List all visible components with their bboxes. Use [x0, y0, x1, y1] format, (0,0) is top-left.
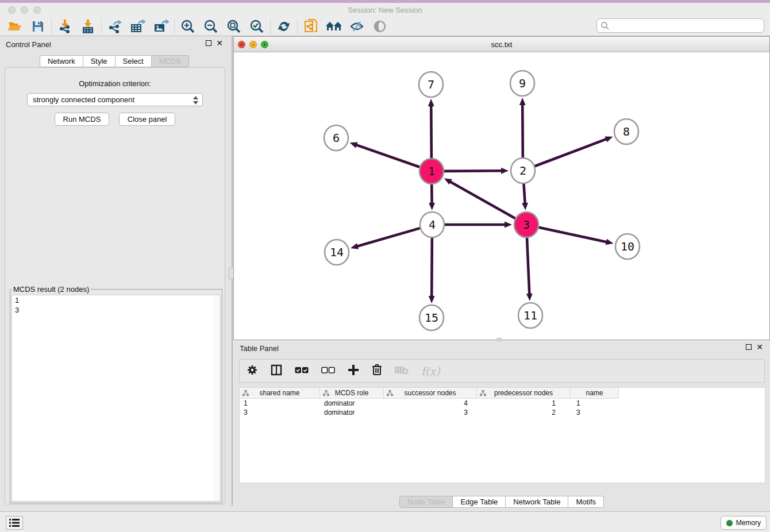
column-header-successor-nodes[interactable]: successor nodes [384, 388, 477, 399]
toolbar-separator [51, 19, 52, 34]
edge-2-to-8[interactable] [535, 136, 613, 166]
table-cell[interactable]: 2 [477, 408, 571, 417]
open-session-button[interactable] [3, 18, 26, 35]
graph-node-10[interactable]: 10 [615, 234, 640, 259]
search-box[interactable] [596, 18, 764, 33]
tab-style[interactable]: Style [83, 55, 116, 67]
table-cell[interactable]: dominator [320, 408, 384, 417]
graph-node-15[interactable]: 15 [419, 305, 444, 330]
import-network-button[interactable] [53, 18, 76, 35]
houses-icon [325, 20, 342, 33]
table-panel-header: Table Panel ✕ [233, 342, 770, 356]
delete-column-icon[interactable] [372, 364, 382, 378]
table-cell[interactable]: 1 [240, 399, 320, 408]
edge-4-to-14[interactable] [351, 228, 420, 249]
export-table-button[interactable] [126, 18, 149, 35]
tab-mcds[interactable]: MCDS [152, 55, 189, 67]
horizontal-splitter-handle[interactable] [497, 338, 502, 341]
network-window-title: scc.txt [234, 40, 769, 49]
tab-node-table[interactable]: Node Table [399, 496, 453, 508]
column-header-name[interactable]: name [571, 388, 619, 399]
app-titlebar: Session: New Session [0, 3, 770, 17]
edge-2-to-9[interactable] [519, 98, 526, 158]
column-layout-icon[interactable] [271, 364, 282, 378]
settings-gear-icon[interactable] [247, 364, 258, 378]
delete-table-icon[interactable] [395, 365, 409, 377]
table-cell[interactable]: 1 [571, 399, 619, 408]
close-panel-button[interactable]: Close panel [119, 113, 176, 126]
table-cell[interactable]: dominator [320, 399, 384, 408]
zoom-selected-button[interactable] [245, 18, 268, 35]
control-panel-float-icon[interactable] [206, 40, 211, 46]
share-session-button[interactable] [299, 18, 322, 35]
graph-node-3[interactable]: 3 [514, 212, 538, 237]
table-panel-float-icon[interactable] [746, 344, 752, 350]
edge-3-to-10[interactable] [539, 228, 614, 245]
edge-1-to-4[interactable] [429, 184, 435, 210]
result-scrollbar[interactable] [214, 295, 220, 501]
graph-node-2[interactable]: 2 [511, 158, 535, 183]
column-header-shared-name[interactable]: shared name [240, 388, 320, 399]
graph-node-8[interactable]: 8 [614, 119, 638, 144]
optimization-criterion-select[interactable]: strongly connected component [27, 93, 203, 106]
export-image-button[interactable] [149, 18, 172, 35]
mcds-result-line: 1 [12, 295, 220, 305]
table-row[interactable]: 1dominator411 [240, 399, 765, 408]
table-cell[interactable]: 4 [384, 399, 477, 408]
edge-4-to-15[interactable] [429, 237, 435, 303]
tab-network-table[interactable]: Network Table [506, 496, 568, 508]
table-cell[interactable]: 3 [384, 408, 477, 417]
style-preview-button[interactable] [345, 18, 368, 35]
table-cell[interactable]: 1 [477, 399, 571, 408]
column-header-predecessor-nodes[interactable]: predecessor nodes [477, 388, 571, 399]
function-builder-icon[interactable]: f(x) [421, 365, 440, 377]
mcds-tab-content: Optimization criterion: strongly connect… [5, 67, 225, 504]
home-pages-button[interactable] [322, 18, 345, 35]
memory-button[interactable]: Memory [721, 516, 767, 530]
search-input[interactable] [610, 20, 764, 32]
optimization-criterion-label: Optimization criterion: [5, 79, 225, 88]
deselect-all-icon[interactable] [321, 366, 335, 376]
edge-1-to-2[interactable] [444, 168, 509, 174]
zoom-out-button[interactable] [199, 18, 222, 35]
control-panel-close-icon[interactable]: ✕ [216, 40, 223, 46]
network-canvas[interactable]: 7968124314101511 [234, 52, 769, 340]
graph-node-7[interactable]: 7 [419, 72, 443, 97]
edge-3-to-11[interactable] [526, 237, 533, 301]
import-table-button[interactable] [76, 18, 99, 35]
graph-node-11[interactable]: 11 [518, 303, 542, 328]
mcds-result-textarea[interactable]: 13 [11, 295, 221, 502]
table-panel-close-icon[interactable]: ✕ [756, 344, 763, 350]
edge-1-to-6[interactable] [350, 142, 420, 167]
save-session-button[interactable] [26, 18, 49, 35]
graph-node-6[interactable]: 6 [324, 125, 348, 151]
hide-preview-button[interactable] [368, 18, 391, 35]
column-header-MCDS-role[interactable]: MCDS role [320, 388, 384, 399]
graph-node-4[interactable]: 4 [420, 212, 444, 237]
edge-2-to-3[interactable] [522, 183, 528, 210]
table-row[interactable]: 3dominator323 [240, 408, 765, 417]
export-network-button[interactable] [103, 18, 126, 35]
run-mcds-button[interactable]: Run MCDS [55, 113, 110, 126]
edge-3-to-1[interactable] [444, 178, 515, 218]
task-history-button[interactable] [6, 516, 23, 530]
tab-motifs[interactable]: Motifs [568, 496, 604, 508]
node-label: 1 [428, 164, 435, 178]
edge-4-to-3[interactable] [445, 222, 512, 228]
graph-node-9[interactable]: 9 [510, 71, 534, 96]
tab-network[interactable]: Network [40, 55, 83, 67]
share-document-icon [303, 18, 318, 34]
tab-select[interactable]: Select [116, 55, 152, 67]
zoom-in-button[interactable] [176, 18, 199, 35]
edge-1-to-7[interactable] [428, 99, 434, 159]
add-column-icon[interactable] [348, 364, 359, 378]
table-cell[interactable]: 3 [240, 408, 320, 417]
select-all-icon[interactable] [295, 366, 309, 376]
graph-node-14[interactable]: 14 [325, 240, 349, 265]
tab-edge-table[interactable]: Edge Table [453, 496, 506, 508]
table-cell[interactable]: 3 [571, 408, 619, 417]
refresh-button[interactable] [272, 18, 295, 35]
zoom-fit-button[interactable] [222, 18, 245, 35]
graph-node-1[interactable]: 1 [419, 159, 444, 184]
mcds-result-line: 3 [12, 305, 220, 315]
